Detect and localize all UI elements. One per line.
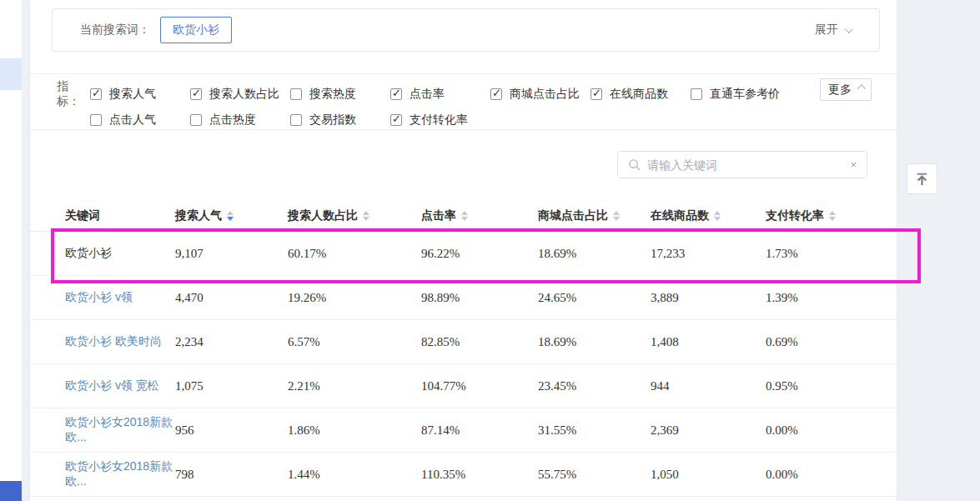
searcher-ratio-cell: 2.21% <box>288 379 421 393</box>
checkbox-icon[interactable] <box>591 88 602 100</box>
keyword-cell: 欧货小衫 <box>65 246 175 261</box>
indicator-payment-conversion[interactable]: 支付转化率 <box>390 113 490 128</box>
column-header-search-popularity[interactable]: 搜索人气 <box>175 208 288 223</box>
main-content: 当前搜索词： 欧货小衫 展开 指标： 搜索人气 搜索人数占比 <box>30 0 897 501</box>
table-row[interactable]: 欧货小衫女2018新款欧... 798 1.44% 110.35% 55.75%… <box>30 453 897 497</box>
keyword-filter-input[interactable] <box>647 158 848 172</box>
searcher-ratio-cell: 6.57% <box>288 335 421 349</box>
indicator-label: 支付转化率 <box>410 113 468 128</box>
column-label: 搜索人数占比 <box>288 208 358 223</box>
sidebar-active-item[interactable] <box>0 58 22 90</box>
searcher-ratio-cell: 19.26% <box>288 291 421 305</box>
indicator-label: 在线商品数 <box>610 87 668 102</box>
expand-toggle[interactable]: 展开 <box>815 23 851 38</box>
payment-conversion-cell: 0.00% <box>766 423 897 438</box>
checkbox-icon[interactable] <box>390 114 402 126</box>
ctr-cell: 110.35% <box>421 468 538 482</box>
table-row[interactable]: 欧货小衫女2018新款欧... 956 1.86% 87.14% 31.55% … <box>30 408 897 453</box>
searcher-ratio-cell: 1.86% <box>288 423 421 438</box>
online-products-cell: 944 <box>651 379 766 393</box>
indicator-label: 点击人气 <box>109 113 156 128</box>
sort-icon[interactable] <box>363 211 369 221</box>
checkbox-icon[interactable] <box>90 88 102 100</box>
online-products-cell: 3,889 <box>651 291 766 305</box>
clear-input-icon[interactable]: × <box>848 158 858 171</box>
search-icon <box>628 158 641 171</box>
ctr-cell: 96.22% <box>421 247 538 261</box>
column-header-mall-click-ratio[interactable]: 商城点击占比 <box>538 208 651 223</box>
sort-icon[interactable] <box>714 211 721 221</box>
checkbox-icon[interactable] <box>290 114 302 126</box>
payment-conversion-cell: 1.73% <box>766 247 897 261</box>
table-row[interactable]: 欧货小衫 v领 宽松 1,075 2.21% 104.77% 23.45% 94… <box>30 364 897 408</box>
search-popularity-cell: 9,107 <box>175 247 288 261</box>
indicator-label: 搜索热度 <box>309 87 356 102</box>
indicators-row-1: 指标： 搜索人气 搜索人数占比 搜索热度 点击率 <box>57 83 897 104</box>
indicator-click-rate[interactable]: 点击率 <box>390 87 490 102</box>
indicator-search-heat[interactable]: 搜索热度 <box>290 87 390 102</box>
mall-click-ratio-cell: 18.69% <box>538 247 651 261</box>
indicator-online-products[interactable]: 在线商品数 <box>591 87 691 102</box>
more-button[interactable]: 更多 <box>820 78 872 101</box>
payment-conversion-cell: 1.39% <box>766 291 897 305</box>
online-products-cell: 17,233 <box>651 247 766 261</box>
keyword-link[interactable]: 欧货小衫女2018新款欧... <box>65 415 175 445</box>
sidebar-bottom-item[interactable] <box>0 481 22 501</box>
keyword-search-box: × <box>617 151 867 178</box>
mall-click-ratio-cell: 18.69% <box>538 335 651 349</box>
indicator-transaction-index[interactable]: 交易指数 <box>290 113 390 128</box>
checkbox-icon[interactable] <box>90 114 102 126</box>
table-row[interactable]: 欧货小衫 9,107 60.17% 96.22% 18.69% 17,233 1… <box>30 232 897 276</box>
indicator-click-popularity[interactable]: 点击人气 <box>90 113 190 128</box>
table-row[interactable]: 欧货小衫 v领 4,470 19.26% 98.89% 24.65% 3,889… <box>30 276 897 320</box>
keyword-link[interactable]: 欧货小衫女2018新款欧... <box>65 459 175 489</box>
indicator-ztc-reference-price[interactable]: 直通车参考价 <box>691 87 807 102</box>
column-label: 点击率 <box>421 208 456 223</box>
ctr-cell: 104.77% <box>421 379 538 393</box>
indicator-mall-click-ratio[interactable]: 商城点击占比 <box>490 87 591 102</box>
current-search-panel: 当前搜索词： 欧货小衫 展开 <box>52 8 880 52</box>
checkbox-icon[interactable] <box>390 88 402 100</box>
checkbox-icon[interactable] <box>490 88 502 100</box>
indicator-label: 搜索人数占比 <box>209 87 279 102</box>
sort-icon[interactable] <box>613 211 620 221</box>
column-label: 支付转化率 <box>766 208 824 223</box>
column-label: 在线商品数 <box>651 208 709 223</box>
indicators-label: 指标： <box>57 79 90 109</box>
online-products-cell: 1,050 <box>651 468 766 482</box>
column-header-click-rate[interactable]: 点击率 <box>421 208 538 223</box>
indicators-section: 指标： 搜索人气 搜索人数占比 搜索热度 点击率 <box>30 73 897 130</box>
chevron-down-icon <box>845 25 853 33</box>
indicator-searcher-count-ratio[interactable]: 搜索人数占比 <box>190 87 290 102</box>
keyword-link[interactable]: 欧货小衫 v领 <box>65 290 175 305</box>
search-popularity-cell: 2,234 <box>175 335 288 349</box>
indicator-label: 点击率 <box>410 87 445 102</box>
column-label: 关键词 <box>65 208 100 223</box>
sort-icon[interactable] <box>829 211 836 221</box>
column-header-online-products[interactable]: 在线商品数 <box>651 208 766 223</box>
indicators-row-2: 指标： 点击人气 点击热度 交易指数 支付转化率 <box>57 109 897 130</box>
checkbox-icon[interactable] <box>190 88 202 100</box>
search-popularity-cell: 1,075 <box>175 379 288 393</box>
search-popularity-cell: 956 <box>175 423 288 438</box>
checkbox-icon[interactable] <box>691 88 702 100</box>
indicator-search-popularity[interactable]: 搜索人气 <box>90 87 190 102</box>
table-header: 关键词 搜索人气 搜索人数占比 点击率 商城点击占比 <box>30 200 897 232</box>
page: 当前搜索词： 欧货小衫 展开 指标： 搜索人气 搜索人数占比 <box>0 0 980 501</box>
table-row[interactable]: 欧货小衫 欧美时尚 2,234 6.57% 82.85% 18.69% 1,40… <box>30 320 897 364</box>
current-keyword-button[interactable]: 欧货小衫 <box>160 17 232 43</box>
checkbox-icon[interactable] <box>190 114 202 126</box>
expand-label: 展开 <box>815 23 838 38</box>
indicator-label: 商城点击占比 <box>510 87 580 102</box>
indicator-click-heat[interactable]: 点击热度 <box>190 113 290 128</box>
indicator-label: 搜索人气 <box>109 87 156 102</box>
payment-conversion-cell: 0.95% <box>766 379 897 393</box>
column-header-searcher-count-ratio[interactable]: 搜索人数占比 <box>288 208 421 223</box>
keyword-link[interactable]: 欧货小衫 v领 宽松 <box>65 378 175 393</box>
column-header-payment-conversion[interactable]: 支付转化率 <box>766 208 897 223</box>
sort-icon[interactable] <box>227 211 234 221</box>
keyword-link[interactable]: 欧货小衫 欧美时尚 <box>65 334 175 349</box>
checkbox-icon[interactable] <box>290 88 302 100</box>
sort-icon[interactable] <box>461 211 468 221</box>
back-to-top-button[interactable] <box>907 163 937 194</box>
